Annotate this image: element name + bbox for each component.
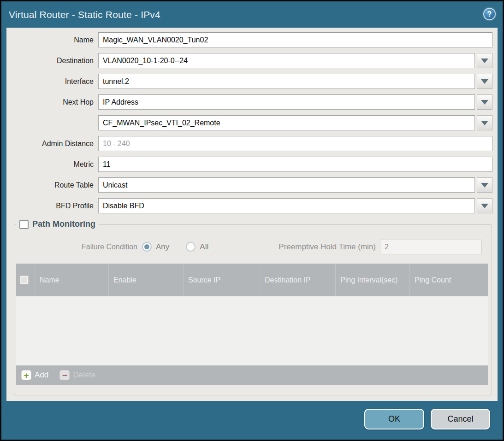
next-hop-label: Next Hop	[6, 98, 98, 106]
dialog-footer: OK Cancel	[1, 401, 503, 440]
route-table-input[interactable]	[98, 177, 475, 193]
route-table-dropdown-button[interactable]	[477, 177, 492, 193]
help-icon[interactable]: ?	[483, 8, 496, 20]
chevron-down-icon	[481, 100, 488, 105]
interface-dropdown-button[interactable]	[477, 74, 492, 89]
bfd-profile-label: BFD Profile	[6, 202, 98, 210]
add-button[interactable]: + Add	[21, 370, 59, 380]
path-monitoring-checkbox[interactable]	[19, 220, 29, 229]
bfd-profile-dropdown-button[interactable]	[477, 198, 492, 213]
bfd-profile-input[interactable]	[98, 198, 475, 213]
radio-dot	[144, 244, 149, 249]
next-hop-address-dropdown-button[interactable]	[477, 115, 492, 130]
radio-any[interactable]	[142, 242, 152, 252]
form-row-next-hop: Next Hop	[6, 94, 492, 110]
chevron-down-icon	[481, 59, 488, 63]
name-label: Name	[6, 36, 98, 44]
radio-dot	[188, 244, 193, 249]
path-monitoring-section: Path Monitoring Failure Condition Any Al…	[14, 224, 492, 395]
column-header-ping-interval[interactable]: Ping Interval(sec)	[335, 264, 409, 296]
route-table-label: Route Table	[6, 181, 98, 189]
radio-all[interactable]	[186, 242, 196, 252]
preemptive-hold-time-input[interactable]	[380, 240, 482, 254]
column-header-enable[interactable]: Enable	[108, 264, 183, 296]
form-row-next-hop-address	[6, 115, 492, 130]
form-row-bfd-profile: BFD Profile	[6, 198, 492, 213]
delete-minus-icon: −	[59, 370, 70, 380]
form-row-route-table: Route Table	[6, 177, 492, 193]
column-header-source-ip[interactable]: Source IP	[183, 264, 260, 296]
ok-button[interactable]: OK	[364, 409, 424, 429]
table-header-row: Name Enable Source IP Destination IP Pin…	[16, 264, 488, 296]
table-body-empty	[16, 296, 488, 365]
add-button-label: Add	[35, 370, 48, 380]
form-row-destination: Destination	[6, 53, 492, 68]
form-row-metric: Metric	[6, 157, 492, 172]
column-header-destination-ip[interactable]: Destination IP	[260, 264, 335, 296]
delete-button-label: Delete	[73, 370, 95, 380]
form-row-interface: Interface	[6, 74, 492, 89]
select-all-column	[16, 264, 35, 296]
cancel-button[interactable]: Cancel	[431, 409, 490, 429]
path-monitoring-title: Path Monitoring	[32, 219, 95, 229]
dialog-content: Name Destination Interface	[6, 28, 498, 401]
name-input[interactable]	[98, 32, 492, 47]
destination-input[interactable]	[98, 53, 475, 68]
next-hop-type-input[interactable]	[98, 94, 475, 110]
dialog-title: Virtual Router - Static Route - IPv4	[9, 9, 160, 20]
radio-all-label: All	[200, 242, 208, 252]
chevron-down-icon	[481, 121, 488, 125]
select-all-checkbox[interactable]	[20, 276, 29, 284]
virtual-router-static-route-dialog: Virtual Router - Static Route - IPv4 ? N…	[1, 1, 503, 440]
chevron-down-icon	[481, 204, 488, 208]
path-monitoring-legend: Path Monitoring	[16, 219, 99, 229]
destination-label: Destination	[6, 57, 98, 65]
path-monitoring-table: Name Enable Source IP Destination IP Pin…	[16, 264, 488, 385]
next-hop-type-dropdown-button[interactable]	[477, 94, 492, 110]
column-header-ping-count[interactable]: Ping Count	[409, 264, 488, 296]
dialog-window: Virtual Router - Static Route - IPv4 ? N…	[0, 0, 504, 441]
next-hop-address-input[interactable]	[98, 115, 475, 130]
destination-dropdown-button[interactable]	[477, 53, 492, 68]
preemptive-hold-time-label: Preemptive Hold Time (min)	[279, 242, 380, 252]
admin-distance-label: Admin Distance	[6, 140, 98, 148]
chevron-down-icon	[481, 183, 488, 188]
failure-condition-label: Failure Condition	[14, 243, 142, 251]
failure-condition-row: Failure Condition Any All Preemptive Hol…	[14, 239, 492, 254]
form-row-admin-distance: Admin Distance	[6, 136, 492, 151]
metric-input[interactable]	[98, 157, 492, 172]
admin-distance-input[interactable]	[98, 136, 492, 151]
form-row-name: Name	[6, 32, 492, 47]
titlebar: Virtual Router - Static Route - IPv4 ?	[1, 1, 503, 28]
interface-label: Interface	[6, 77, 98, 86]
radio-any-label: Any	[156, 242, 169, 252]
chevron-down-icon	[481, 79, 488, 84]
metric-label: Metric	[6, 160, 98, 169]
delete-button[interactable]: − Delete	[59, 370, 95, 380]
table-toolbar: + Add − Delete	[16, 365, 488, 385]
add-plus-icon: +	[21, 370, 31, 380]
interface-input[interactable]	[98, 74, 475, 89]
column-header-name[interactable]: Name	[35, 264, 108, 296]
